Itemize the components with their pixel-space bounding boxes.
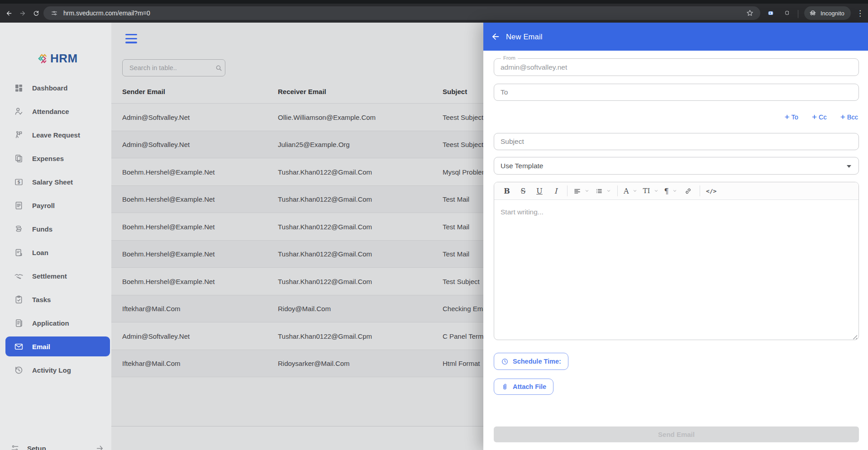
app-logo: HRM [37,52,78,66]
sender-email-cell: Admin@Softvalley.Net [122,332,190,340]
bold-button[interactable]: B [500,184,514,198]
sidebar-item-label: Activity Log [32,366,71,374]
sidebar-item[interactable]: Settlement [0,264,111,288]
add-bcc-button[interactable]: +Bcc [840,113,858,121]
toolbar-divider [617,185,618,196]
loan-icon [14,248,24,257]
sidebar-item[interactable]: Application [0,311,111,335]
plus-icon: + [784,113,789,121]
template-select[interactable]: Use Template [494,157,859,175]
extensions-button[interactable] [781,7,793,19]
list-button[interactable] [594,184,613,198]
sidebar-item-label: Settlement [32,272,67,280]
sender-email-cell: Iftekhar@Mail.Com [122,305,181,313]
column-receiver-email: Receiver Email [278,88,326,95]
underline-button[interactable]: U [533,184,546,198]
email-icon [14,342,24,351]
sidebar-item[interactable]: Tasks [0,288,111,311]
sidebar-item[interactable]: Loan [0,241,111,264]
sidebar-item-label: Expenses [32,155,64,162]
add-cc-button[interactable]: +Cc [812,113,827,121]
sidebar-item[interactable]: Payroll [0,194,111,217]
editor-toolbar: B S U I A TI [494,182,858,200]
add-to-button[interactable]: +To [784,113,798,121]
expenses-icon [14,154,24,163]
sidebar-item[interactable]: Dashboard [0,76,111,99]
sidebar-item[interactable]: Leave Request [0,123,111,147]
sidebar-item-label: Attendance [32,108,69,115]
editor-body[interactable]: Start writing... [494,200,858,340]
send-email-button[interactable]: Send Email [494,426,859,442]
bookmark-star-icon[interactable] [746,9,754,17]
sidebar-item[interactable]: Expenses [0,147,111,170]
chevron-down-icon [672,188,677,194]
chevron-down-icon [847,165,851,170]
chevron-down-icon [606,188,611,194]
sidebar-item[interactable]: Activity Log [0,358,111,382]
insert-link-button[interactable] [682,184,695,198]
tasks-icon [14,295,24,304]
drawer-header: New Email [483,23,868,51]
italic-button[interactable]: I [549,184,563,198]
browser-toolbar: hrm.sveducrm.com/email?m=0 Incognito ⋮ [0,4,868,23]
plus-icon: + [812,113,817,121]
resize-handle[interactable] [852,334,857,339]
search-icon[interactable] [215,64,223,72]
code-view-button[interactable]: </> [705,184,718,198]
sidebar-item[interactable]: Email [5,336,110,356]
arrow-right-icon[interactable] [95,444,104,450]
from-input[interactable] [494,59,858,76]
subject-cell: Teest Subject [443,141,483,148]
sender-email-cell: Boehm.Hershel@Example.Net [122,168,215,175]
subject-field [494,133,859,150]
site-settings-icon[interactable] [51,9,58,17]
strikethrough-button[interactable]: S [516,184,530,198]
sidebar-item-setup[interactable]: Setup [0,438,111,450]
sidebar-item-label: Dashboard [32,84,67,92]
subject-cell: Mysql Problem [443,168,487,175]
clock-icon [501,358,509,365]
reload-icon [33,9,40,17]
recipient-links: +To +Cc +Bcc [784,113,858,121]
sidebar-item[interactable]: Funds [0,217,111,241]
back-arrow-icon [491,32,501,42]
chevron-down-icon [653,188,659,194]
browser-back-button[interactable] [3,7,15,19]
browser-forward-button[interactable] [16,7,29,19]
sidebar-item[interactable]: Attendance [0,99,111,123]
hrm-logo-mark-icon [37,52,49,65]
screen-capture-extension-button[interactable] [765,7,777,19]
incognito-icon [809,9,817,17]
application-icon [14,318,24,328]
from-field-label: From [501,55,518,61]
receiver-email-cell: Tushar.Khan0122@Gmail.Com [278,277,372,285]
url-text[interactable]: hrm.sveducrm.com/email?m=0 [63,9,746,17]
table-search [122,59,225,76]
receiver-email-cell: Tushar.Khan0122@Gmail.Cpm [278,332,372,340]
attach-file-button[interactable]: Attach File [494,379,553,395]
browser-reload-button[interactable] [30,7,43,19]
payroll-icon [14,201,24,210]
sliders-icon [10,444,19,450]
browser-menu-button[interactable]: ⋮ [854,7,865,19]
paragraph-format-button[interactable]: ¶ [663,184,679,198]
receiver-email-cell: Tushar.Khan0122@Gmail.Com [278,250,372,258]
salary-icon [14,177,24,187]
editor-placeholder: Start writing... [501,208,544,216]
font-family-button[interactable]: A [622,184,639,198]
sidebar-item[interactable]: Salary Sheet [0,170,111,194]
to-input[interactable] [494,84,858,100]
align-button[interactable] [572,184,591,198]
schedule-time-button[interactable]: Schedule Time: [494,353,568,370]
from-field: From [494,58,859,76]
new-email-drawer: New Email From +To +Cc +Bcc Use Template… [483,23,868,450]
sidebar-toggle-button[interactable] [125,34,137,43]
align-left-icon [573,187,581,195]
to-field [494,84,859,101]
receiver-email-cell: Tushar.Khan0122@Gmail.Com [278,223,372,230]
search-input[interactable] [129,64,215,72]
drawer-back-button[interactable] [491,32,501,42]
font-size-button[interactable]: TI [642,184,660,198]
address-bar[interactable]: hrm.sveducrm.com/email?m=0 [43,6,760,20]
subject-input[interactable] [494,133,858,150]
